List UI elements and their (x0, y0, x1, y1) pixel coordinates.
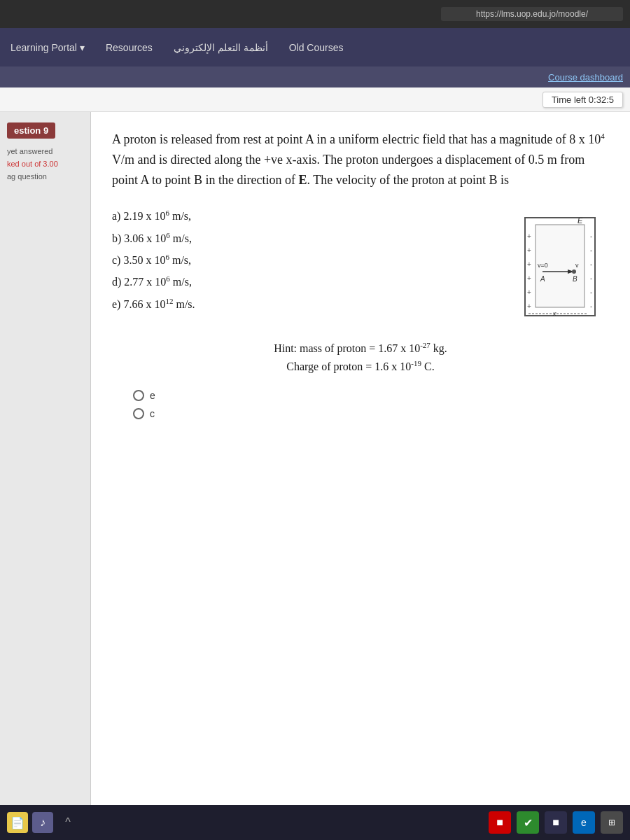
question-layout: a) 2.19 x 106 m/s, b) 3.06 x 106 m/s, c)… (112, 207, 609, 329)
time-bar: Time left 0:32:5 (0, 88, 630, 112)
diagram-container: E + + + + + + - - - - - - v=0 (511, 214, 609, 329)
svg-text:+: + (527, 288, 531, 296)
arabic-label: أنظمة التعلم الإلكتروني (174, 42, 268, 53)
taskbar-right: ■ ✔ ■ e ⊞ (489, 811, 623, 834)
hint-line2: Charge of proton = 1.6 x 10-19 C. (112, 358, 609, 376)
taskbar-file-icon[interactable]: 📄 (7, 812, 28, 833)
radio-e[interactable] (133, 390, 144, 401)
course-dashboard-bar: Course dashboard (0, 66, 630, 88)
flag-label: ag question (7, 172, 83, 181)
radio-c[interactable] (133, 408, 144, 419)
svg-text:-: - (590, 260, 592, 268)
radio-option-e[interactable]: e (133, 390, 609, 401)
hint-line1: Hint: mass of proton = 1.67 x 10-27 kg. (112, 340, 609, 358)
svg-point-19 (572, 270, 576, 274)
nav-learning-portal[interactable]: Learning Portal ▾ (10, 42, 85, 53)
taskbar-left-icons: 📄 ♪ ^ (7, 812, 78, 833)
svg-text:B: B (573, 275, 578, 283)
radio-option-c[interactable]: c (133, 408, 609, 419)
taskbar-grid-button[interactable]: ⊞ (601, 811, 623, 834)
svg-text:v: v (575, 262, 579, 269)
taskbar-music-icon[interactable]: ♪ (32, 812, 53, 833)
svg-text:-: - (590, 288, 592, 296)
course-dashboard-link[interactable]: Course dashboard (548, 72, 623, 83)
option-c: c) 3.50 x 106 m/s, (112, 251, 497, 269)
svg-text:+: + (527, 246, 531, 254)
question-text: A proton is released from rest at point … (112, 130, 609, 190)
taskbar-edge-button[interactable]: e (573, 811, 595, 834)
hint-section: Hint: mass of proton = 1.67 x 10-27 kg. … (112, 340, 609, 376)
nav-old-courses[interactable]: Old Courses (289, 42, 344, 53)
taskbar: 📄 ♪ ^ ■ ✔ ■ e ⊞ (0, 805, 630, 840)
svg-text:-: - (590, 232, 592, 240)
taskbar-check-button[interactable]: ✔ (517, 811, 539, 834)
options-list: a) 2.19 x 106 m/s, b) 3.06 x 106 m/s, c)… (112, 207, 497, 313)
svg-text:E: E (578, 216, 583, 225)
svg-text:A: A (540, 275, 545, 283)
svg-text:-: - (590, 246, 592, 254)
svg-text:-: - (590, 302, 592, 310)
svg-text:v=0: v=0 (538, 262, 548, 269)
taskbar-chevron-icon[interactable]: ^ (57, 812, 78, 833)
browser-bar: https://lms.uop.edu.jo/moodle/ (0, 0, 630, 28)
url-bar[interactable]: https://lms.uop.edu.jo/moodle/ (441, 7, 623, 21)
old-courses-label: Old Courses (289, 42, 344, 53)
option-b: b) 3.06 x 106 m/s, (112, 230, 497, 247)
nav-bar: Learning Portal ▾ Resources أنظمة التعلم… (0, 28, 630, 66)
radio-options: e c (112, 376, 609, 419)
time-left-badge: Time left 0:32:5 (542, 92, 623, 108)
learning-portal-arrow: ▾ (80, 42, 85, 53)
taskbar-dark-button[interactable]: ■ (545, 811, 567, 834)
svg-text:+: + (527, 274, 531, 282)
option-d: d) 2.77 x 106 m/s, (112, 273, 497, 290)
field-diagram: E + + + + + + - - - - - - v=0 (511, 214, 609, 326)
svg-text:+: + (527, 302, 531, 310)
taskbar-red-button[interactable]: ■ (489, 811, 511, 834)
resources-label: Resources (106, 42, 153, 53)
svg-text:-: - (590, 274, 592, 282)
option-a: a) 2.19 x 106 m/s, (112, 207, 497, 225)
question-badge: estion 9 (7, 122, 55, 139)
learning-portal-label: Learning Portal (10, 42, 77, 53)
question-area: A proton is released from rest at point … (91, 112, 630, 805)
main-content: estion 9 yet answered ked out of 3.00 ag… (0, 112, 630, 805)
radio-c-label: c (150, 408, 155, 419)
nav-arabic[interactable]: أنظمة التعلم الإلكتروني (174, 42, 268, 53)
not-answered-label: yet answered (7, 147, 83, 155)
sidebar: estion 9 yet answered ked out of 3.00 ag… (0, 112, 91, 805)
marks-label: ked out of 3.00 (7, 160, 83, 168)
options-section: a) 2.19 x 106 m/s, b) 3.06 x 106 m/s, c)… (112, 207, 497, 327)
option-e: e) 7.66 x 1012 m/s. (112, 295, 497, 313)
svg-text:+: + (527, 232, 531, 240)
nav-resources[interactable]: Resources (106, 42, 153, 53)
svg-text:+: + (527, 260, 531, 268)
radio-e-label: e (150, 390, 155, 401)
